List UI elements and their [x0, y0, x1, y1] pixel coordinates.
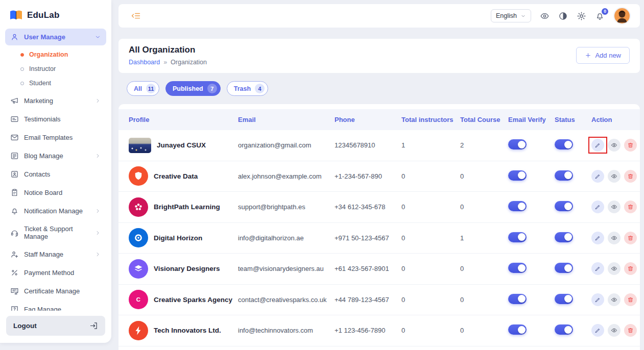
user-icon — [10, 33, 19, 41]
total-course-cell: 0 — [460, 296, 508, 304]
sidebar-nav: User ManageOrganizationInstructorStudent… — [0, 29, 111, 311]
total-course-cell: 0 — [460, 265, 508, 272]
status-toggle[interactable] — [555, 232, 573, 242]
filter-count-badge: 7 — [207, 84, 217, 93]
total-course-cell: 0 — [460, 327, 508, 334]
contact-icon — [10, 170, 19, 179]
total-instructors-cell: 0 — [401, 234, 460, 242]
table-body: Junayed CSUXorganization@gmail.com123456… — [118, 130, 640, 346]
email-verify-toggle[interactable] — [508, 324, 527, 335]
column-header-action: Action — [591, 116, 640, 123]
email-verify-toggle[interactable] — [508, 294, 527, 304]
breadcrumb-dashboard-link[interactable]: Dashboard — [129, 59, 160, 66]
delete-button[interactable] — [624, 232, 637, 244]
sidebar-item-label: Email Templates — [24, 134, 73, 141]
delete-button[interactable] — [624, 201, 637, 213]
sidebar: EduLab User ManageOrganizationInstructor… — [0, 0, 111, 343]
email-cell: info@digitalhorizon.ae — [238, 234, 335, 242]
status-toggle[interactable] — [555, 324, 573, 335]
column-header-total-course: Total Course — [460, 116, 508, 123]
language-select[interactable]: English — [491, 9, 531, 22]
status-toggle[interactable] — [555, 263, 573, 273]
status-toggle[interactable] — [555, 170, 573, 181]
sidebar-item-label: Certificate Manage — [24, 287, 80, 295]
phone-cell: +1 123-456-7890 — [335, 327, 401, 334]
delete-button[interactable] — [624, 293, 637, 306]
edulab-logo[interactable]: EduLab — [0, 0, 111, 29]
app-title: EduLab — [27, 10, 60, 20]
user-avatar[interactable] — [613, 7, 631, 24]
status-toggle[interactable] — [555, 294, 573, 304]
delete-button[interactable] — [624, 170, 637, 183]
bell-icon — [10, 207, 19, 215]
sidebar-item-email-templates[interactable]: Email Templates — [5, 129, 106, 146]
sidebar-item-certificate-manage[interactable]: Certificate Manage — [5, 283, 106, 299]
sidebar-item-blog-manage[interactable]: Blog Manage — [5, 147, 106, 164]
sidebar-collapse-button[interactable] — [131, 11, 141, 21]
email-verify-toggle[interactable] — [508, 139, 527, 149]
annotation-box — [591, 139, 604, 152]
sidebar-subitem-organization[interactable]: Organization — [5, 47, 106, 62]
sidebar-item-payment-method[interactable]: Payment Method — [5, 264, 106, 281]
sidebar-item-notice-board[interactable]: Notice Board — [5, 184, 106, 201]
chevron-right-icon — [94, 97, 101, 104]
logout-button[interactable]: Logout — [6, 316, 105, 336]
sidebar-item-label: Blog Manage — [24, 152, 63, 160]
organization-name: Junayed CSUX — [157, 141, 206, 149]
edit-button[interactable] — [591, 139, 604, 152]
row-actions — [591, 262, 640, 275]
filter-chip-trash[interactable]: Trash4 — [227, 81, 268, 96]
bullet-icon — [20, 67, 24, 71]
row-actions — [591, 293, 640, 306]
sidebar-subitem-instructor[interactable]: Instructor — [5, 62, 106, 76]
sidebar-item-faq-manage[interactable]: Faq Manage — [5, 301, 106, 311]
view-button[interactable] — [608, 232, 621, 244]
delete-button[interactable] — [624, 139, 637, 152]
sidebar-item-ticket-support-manage[interactable]: Ticket & Support Manage — [5, 221, 106, 244]
table-row: Digital Horizoninfo@digitalhorizon.ae+97… — [118, 223, 640, 254]
view-button[interactable] — [608, 139, 621, 152]
edit-button[interactable] — [591, 324, 604, 337]
email-verify-toggle[interactable] — [508, 263, 527, 273]
sidebar-item-staff-manage[interactable]: Staff Manage — [5, 246, 106, 263]
topbar-icon-group: 0 — [540, 11, 605, 21]
sidebar-item-user-manage[interactable]: User Manage — [5, 29, 106, 45]
filter-chip-all[interactable]: All11 — [127, 81, 159, 96]
email-verify-toggle[interactable] — [508, 232, 527, 242]
view-button[interactable] — [608, 170, 621, 183]
view-button[interactable] — [608, 293, 621, 306]
email-verify-toggle[interactable] — [508, 201, 527, 211]
status-toggle[interactable] — [555, 201, 573, 211]
settings-gear-icon[interactable] — [577, 11, 586, 21]
edit-button[interactable] — [591, 232, 604, 244]
sidebar-item-marketing[interactable]: Marketing — [5, 92, 106, 109]
page-title: All Organization — [129, 45, 207, 55]
delete-button[interactable] — [624, 324, 637, 337]
organization-name: BrightPath Learning — [154, 203, 220, 211]
delete-button[interactable] — [624, 262, 637, 275]
add-new-button[interactable]: Add new — [576, 47, 630, 64]
edit-button[interactable] — [591, 262, 604, 275]
sidebar-item-notification-manage[interactable]: Notification Manage — [5, 203, 106, 219]
edit-button[interactable] — [591, 170, 604, 183]
sidebar-subitem-student[interactable]: Student — [5, 76, 106, 90]
view-button[interactable] — [608, 201, 621, 213]
view-button[interactable] — [608, 324, 621, 337]
theme-contrast-icon[interactable] — [558, 11, 568, 21]
status-toggle[interactable] — [555, 139, 573, 149]
edit-button[interactable] — [591, 201, 604, 213]
view-button[interactable] — [608, 262, 621, 275]
email-verify-toggle[interactable] — [508, 170, 527, 181]
sidebar-item-contacts[interactable]: Contacts — [5, 166, 106, 183]
organization-name: Digital Horizon — [154, 234, 202, 242]
sidebar-item-testimonials[interactable]: Testimonials — [5, 111, 106, 128]
visibility-icon[interactable] — [540, 11, 550, 21]
toggle-knob — [564, 203, 572, 210]
toggle-knob — [564, 171, 572, 179]
filter-chip-published[interactable]: Published7 — [165, 81, 221, 96]
sidebar-item-label: Notification Manage — [24, 207, 83, 215]
phone-cell: +61 423-567-8901 — [335, 265, 401, 272]
notifications-bell-icon[interactable]: 0 — [595, 11, 605, 21]
edit-button[interactable] — [591, 293, 604, 306]
filter-label: All — [134, 85, 142, 92]
